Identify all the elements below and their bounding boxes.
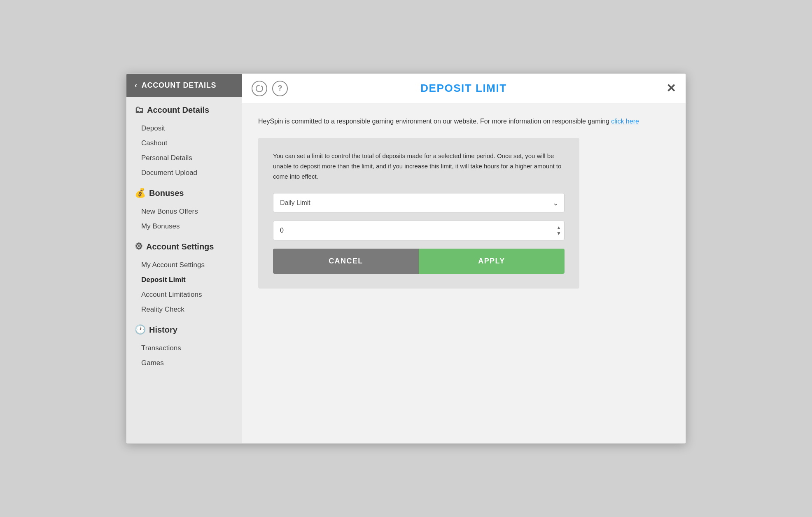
history-icon: 🕐: [135, 324, 146, 335]
sidebar-section-account-details: 🗂 Account Details: [126, 97, 242, 121]
section-title-history: 🕐 History: [135, 324, 233, 335]
sidebar-item-document-upload[interactable]: Document Upload: [126, 165, 242, 180]
bonuses-icon: 💰: [135, 188, 146, 198]
sidebar-item-deposit[interactable]: Deposit: [126, 121, 242, 136]
increment-button[interactable]: ▲: [556, 225, 561, 230]
number-stepper: ▲ ▼: [556, 225, 561, 236]
sidebar-item-transactions[interactable]: Transactions: [126, 341, 242, 356]
sidebar-section-account-settings: ⚙ Account Settings: [126, 234, 242, 258]
sidebar-header-label: ACCOUNT DETAILS: [142, 81, 216, 90]
section-label-account-settings: Account Settings: [146, 242, 214, 252]
sidebar-item-personal-details[interactable]: Personal Details: [126, 151, 242, 165]
sidebar-item-deposit-limit[interactable]: Deposit Limit: [126, 272, 242, 287]
sidebar-item-account-limitations[interactable]: Account Limitations: [126, 287, 242, 302]
refresh-icon[interactable]: [252, 81, 267, 96]
sidebar-section-history: 🕐 History: [126, 317, 242, 341]
help-icon[interactable]: ?: [272, 81, 288, 96]
account-settings-icon: ⚙: [135, 241, 143, 252]
header-icons: ?: [252, 81, 288, 96]
sidebar-item-new-bonus-offers[interactable]: New Bonus Offers: [126, 204, 242, 219]
sidebar: ‹ ACCOUNT DETAILS 🗂 Account Details Depo…: [126, 74, 242, 443]
click-here-link[interactable]: click here: [611, 118, 639, 125]
sidebar-item-cashout[interactable]: Cashout: [126, 136, 242, 151]
section-label-account-details: Account Details: [147, 105, 209, 115]
account-details-icon: 🗂: [135, 105, 144, 115]
limit-type-select[interactable]: Daily Limit Weekly Limit Monthly Limit: [273, 193, 565, 212]
limit-type-select-wrapper: Daily Limit Weekly Limit Monthly Limit ⌄: [273, 193, 565, 212]
apply-button[interactable]: APPLY: [419, 249, 565, 274]
sidebar-item-reality-check[interactable]: Reality Check: [126, 302, 242, 317]
intro-text: HeySpin is committed to a responsible ga…: [258, 116, 669, 126]
decrement-button[interactable]: ▼: [556, 231, 561, 236]
form-card: You can set a limit to control the total…: [258, 138, 579, 289]
cancel-button[interactable]: CANCEL: [273, 249, 419, 274]
page-title: DEPOSIT LIMIT: [420, 82, 507, 95]
sidebar-item-my-bonuses[interactable]: My Bonuses: [126, 219, 242, 234]
sidebar-header[interactable]: ‹ ACCOUNT DETAILS: [126, 74, 242, 97]
form-actions: CANCEL APPLY: [273, 249, 565, 274]
svg-marker-0: [261, 85, 263, 87]
form-info-text: You can set a limit to control the total…: [273, 151, 565, 182]
close-button[interactable]: ✕: [666, 82, 676, 95]
amount-input-wrapper: ▲ ▼: [273, 221, 565, 240]
section-title-account-settings: ⚙ Account Settings: [135, 241, 233, 252]
limit-type-group: Daily Limit Weekly Limit Monthly Limit ⌄: [273, 193, 565, 212]
sidebar-section-bonuses: 💰 Bonuses: [126, 180, 242, 204]
main-header: ? DEPOSIT LIMIT ✕: [242, 74, 686, 103]
section-title-bonuses: 💰 Bonuses: [135, 188, 233, 198]
section-label-bonuses: Bonuses: [149, 189, 184, 198]
modal-container: ‹ ACCOUNT DETAILS 🗂 Account Details Depo…: [126, 73, 686, 444]
section-label-history: History: [149, 325, 177, 335]
back-arrow-icon: ‹: [135, 81, 138, 90]
section-title-account-details: 🗂 Account Details: [135, 105, 233, 115]
amount-input[interactable]: [273, 221, 565, 240]
sidebar-item-games[interactable]: Games: [126, 356, 242, 370]
amount-group: ▲ ▼: [273, 221, 565, 240]
main-content: ? DEPOSIT LIMIT ✕ HeySpin is committed t…: [242, 74, 686, 443]
main-body: HeySpin is committed to a responsible ga…: [242, 103, 686, 443]
sidebar-item-my-account-settings[interactable]: My Account Settings: [126, 258, 242, 272]
